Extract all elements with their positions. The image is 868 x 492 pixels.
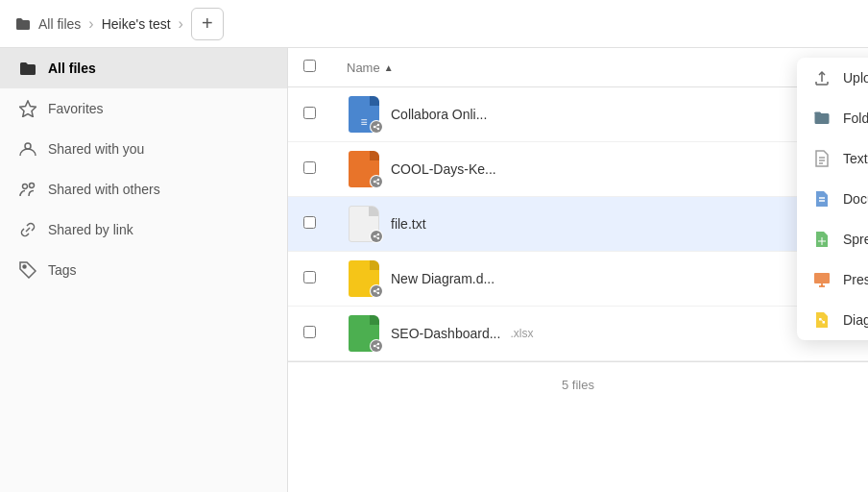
breadcrumb-arrow-1: ›: [88, 15, 93, 33]
dropdown-label: Spreadsheet: [843, 232, 868, 247]
share-others-icon: [19, 181, 36, 198]
row-checkbox[interactable]: [303, 107, 316, 119]
folder-dd-icon: [812, 109, 832, 128]
file-name: COOL-Days-Ke...: [391, 161, 496, 177]
row-checkbox[interactable]: [303, 216, 316, 229]
sidebar-item-tags[interactable]: Tags: [0, 250, 287, 290]
file-ext: .xlsx: [510, 327, 533, 340]
table-row[interactable]: file.txt: [288, 197, 868, 252]
tag-icon: [19, 261, 36, 279]
file-name-cell: file.txt: [347, 207, 853, 241]
sidebar-label-shared-by-link: Shared by link: [48, 222, 133, 237]
file-name: Collabora Onli...: [391, 107, 487, 122]
dropdown-item-spreadsheet[interactable]: Spreadsheet: [797, 219, 868, 259]
dropdown-menu: Upload Folder: [797, 58, 868, 340]
dropdown-item-upload[interactable]: Upload: [797, 58, 868, 98]
file-icon-txt: [347, 207, 381, 241]
dropdown-item-presentation[interactable]: Presentation: [797, 259, 868, 300]
sidebar-item-shared-by-link[interactable]: Shared by link: [0, 209, 287, 250]
svg-point-4: [23, 265, 26, 268]
file-icon-cool: [347, 152, 381, 186]
diagram-dd-icon: [812, 310, 832, 330]
sidebar: All files Favorites Shared with you: [0, 48, 288, 492]
file-name-cell: SEO-Dashboard... .xlsx: [347, 316, 853, 351]
textfile-icon: [812, 149, 832, 168]
file-name: file.txt: [391, 216, 426, 232]
select-all-checkbox[interactable]: [303, 60, 316, 72]
dropdown-item-folder[interactable]: Folder: [797, 98, 868, 138]
file-name-cell: Collabora Onli...: [347, 97, 853, 132]
sidebar-item-shared-with-others[interactable]: Shared with others: [0, 169, 287, 209]
breadcrumb: All files › Heike's test › +: [15, 8, 853, 40]
file-name: SEO-Dashboard...: [391, 326, 500, 341]
star-icon: [19, 100, 36, 117]
dropdown-label: Presentation: [843, 272, 868, 287]
sidebar-item-shared-with-you[interactable]: Shared with you: [0, 129, 287, 169]
content-area: Name ▲: [288, 48, 868, 492]
svg-rect-41: [819, 318, 822, 321]
top-bar: All files › Heike's test › +: [0, 0, 868, 48]
spreadsheet-icon: [812, 230, 832, 249]
svg-marker-0: [20, 101, 36, 117]
row-checkbox[interactable]: [303, 271, 316, 283]
file-icon-seo: [347, 316, 381, 351]
dropdown-label: Upload: [843, 70, 868, 86]
file-name: New Diagram.d...: [391, 271, 494, 286]
dropdown-label: Text file: [843, 151, 868, 166]
sidebar-label-all-files: All files: [48, 61, 96, 76]
dropdown-label: Document: [843, 191, 868, 207]
table-row[interactable]: COOL-Days-Ke...: [288, 142, 868, 197]
upload-icon: [812, 68, 832, 87]
share-you-icon: [19, 140, 36, 158]
dropdown-label: Folder: [843, 111, 868, 126]
dropdown-item-document[interactable]: Document: [797, 179, 868, 219]
file-icon-collabora: [347, 97, 381, 132]
svg-point-2: [23, 184, 28, 189]
svg-rect-38: [814, 273, 830, 283]
sidebar-label-shared-with-you: Shared with you: [48, 141, 144, 157]
dropdown-label: Diagram: [843, 312, 868, 328]
main-layout: All files Favorites Shared with you: [0, 48, 868, 492]
sort-arrow-icon: ▲: [384, 62, 394, 73]
svg-point-1: [25, 143, 31, 149]
name-column-header[interactable]: Name ▲: [347, 61, 394, 75]
breadcrumb-current-folder[interactable]: Heike's test: [102, 16, 171, 32]
sidebar-item-favorites[interactable]: Favorites: [0, 88, 287, 129]
svg-rect-42: [823, 321, 826, 324]
sidebar-item-all-files[interactable]: All files: [0, 48, 287, 88]
file-name-cell: New Diagram.d...: [347, 261, 853, 296]
table-row[interactable]: SEO-Dashboard... .xlsx: [288, 307, 868, 361]
link-icon: [19, 221, 36, 238]
breadcrumb-folder-icon: [15, 17, 31, 31]
table-row[interactable]: New Diagram.d...: [288, 252, 868, 307]
folder-icon: [19, 60, 36, 77]
document-icon: [812, 189, 832, 209]
breadcrumb-allfiles[interactable]: All files: [38, 16, 81, 32]
row-checkbox[interactable]: [303, 326, 316, 338]
dropdown-item-diagram[interactable]: Diagram: [797, 300, 868, 340]
sidebar-label-tags: Tags: [48, 262, 77, 278]
file-table: Name ▲: [288, 48, 868, 361]
breadcrumb-arrow-2: ›: [179, 15, 183, 33]
table-row[interactable]: Collabora Onli...: [288, 87, 868, 142]
add-new-button[interactable]: +: [191, 8, 224, 40]
file-name-cell: COOL-Days-Ke...: [347, 152, 853, 186]
sidebar-label-favorites: Favorites: [48, 101, 104, 116]
dropdown-item-textfile[interactable]: Text file: [797, 138, 868, 179]
presentation-icon: [812, 270, 832, 289]
row-checkbox[interactable]: [303, 161, 316, 174]
files-count: 5 files: [288, 361, 868, 407]
svg-point-3: [30, 184, 35, 188]
sidebar-label-shared-with-others: Shared with others: [48, 182, 160, 197]
file-icon-diagram: [347, 261, 381, 296]
